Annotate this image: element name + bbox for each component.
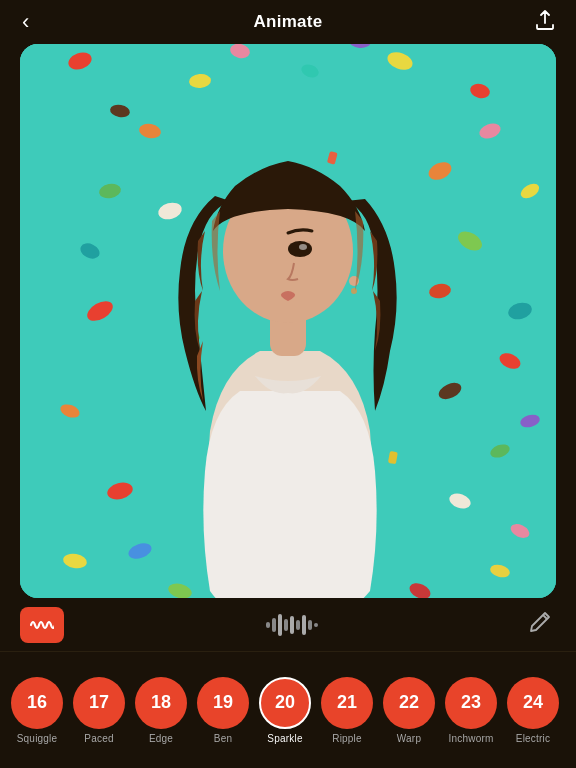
filter-label: Edge (149, 733, 173, 744)
svg-rect-49 (308, 620, 312, 630)
svg-point-38 (288, 241, 312, 257)
waveform-button[interactable] (264, 610, 324, 640)
page-title: Animate (253, 12, 322, 32)
filter-number: 16 (11, 677, 63, 729)
filter-number: 17 (73, 677, 125, 729)
controls-bar (0, 598, 576, 652)
filter-item[interactable]: 20Sparkle (256, 677, 314, 744)
svg-rect-42 (266, 622, 270, 628)
svg-rect-46 (290, 616, 294, 634)
filter-item[interactable]: 19Ben (194, 677, 252, 744)
svg-rect-47 (296, 620, 300, 630)
filter-item[interactable]: 22Warp (380, 677, 438, 744)
svg-point-39 (299, 244, 307, 250)
filter-label: Sparkle (267, 733, 302, 744)
filter-strip: 16Squiggle17Paced18Edge19Ben20Sparkle21R… (0, 652, 576, 768)
svg-rect-43 (272, 618, 276, 632)
filter-number: 19 (197, 677, 249, 729)
share-button[interactable] (528, 6, 562, 39)
edit-button[interactable] (524, 606, 556, 644)
filter-item[interactable]: 23Inchworm (442, 677, 500, 744)
filter-label: Warp (397, 733, 421, 744)
filter-label: Inchworm (449, 733, 494, 744)
filter-item[interactable]: 24Electric (504, 677, 562, 744)
filter-item[interactable]: 18Edge (132, 677, 190, 744)
svg-rect-44 (278, 614, 282, 636)
filter-label: Paced (84, 733, 113, 744)
filter-label: Electric (516, 733, 550, 744)
back-button[interactable]: ‹ (14, 5, 37, 39)
bottom-controls: 16Squiggle17Paced18Edge19Ben20Sparkle21R… (0, 598, 576, 768)
artwork (20, 44, 556, 598)
filter-number: 20 (259, 677, 311, 729)
filter-item[interactable]: 16Squiggle (8, 677, 66, 744)
filter-number: 18 (135, 677, 187, 729)
record-button[interactable] (20, 607, 64, 643)
filter-label: Ripple (332, 733, 362, 744)
filter-label: Squiggle (17, 733, 58, 744)
artwork-container (20, 44, 556, 598)
svg-rect-45 (284, 619, 288, 631)
svg-rect-48 (302, 615, 306, 635)
filter-number: 24 (507, 677, 559, 729)
svg-point-41 (351, 288, 357, 294)
filter-number: 22 (383, 677, 435, 729)
filter-number: 21 (321, 677, 373, 729)
filter-label: Ben (214, 733, 232, 744)
filter-item[interactable]: 21Ripple (318, 677, 376, 744)
svg-rect-50 (314, 623, 318, 627)
filter-number: 23 (445, 677, 497, 729)
header: ‹ Animate (0, 0, 576, 44)
filter-item[interactable]: 17Paced (70, 677, 128, 744)
